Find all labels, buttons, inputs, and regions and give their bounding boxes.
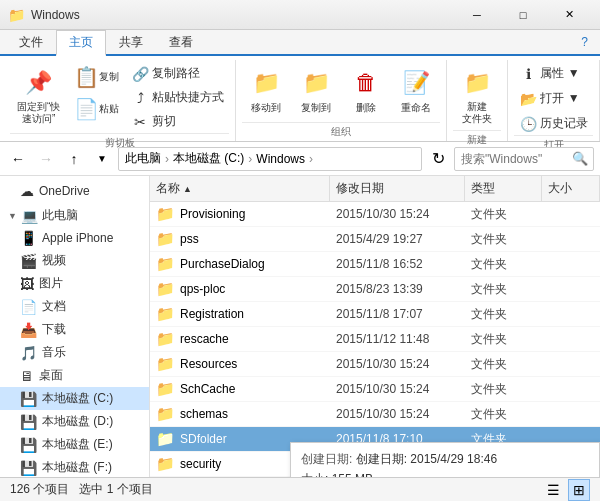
folder-icon: 📁 bbox=[156, 430, 175, 448]
open-buttons: ℹ 属性 ▼ 📂 打开 ▼ 🕒 历史记录 bbox=[514, 62, 593, 135]
drive-c-icon: 💾 bbox=[20, 391, 37, 407]
forward-button[interactable]: → bbox=[34, 147, 58, 171]
folder-icon: 📁 bbox=[156, 330, 175, 348]
newfolder-icon: 📁 bbox=[461, 67, 493, 99]
new-buttons: 📁 新建文件夹 bbox=[453, 62, 501, 130]
ribbon-tabs: 文件 主页 共享 查看 ? bbox=[0, 30, 600, 56]
pictures-icon: 🖼 bbox=[20, 276, 34, 292]
shortcut-button[interactable]: ⤴ 粘贴快捷方式 bbox=[126, 86, 229, 109]
file-row[interactable]: 📁Registration 2015/11/8 17:07 文件夹 bbox=[150, 302, 600, 327]
address-bar[interactable]: 此电脑 › 本地磁盘 (C:) › Windows › bbox=[118, 147, 422, 171]
history-button[interactable]: 🕒 历史记录 bbox=[514, 112, 593, 135]
breadcrumb-thispc[interactable]: 此电脑 bbox=[125, 150, 161, 167]
breadcrumb-c[interactable]: 本地磁盘 (C:) bbox=[173, 150, 244, 167]
file-row[interactable]: 📁rescache 2015/11/12 11:48 文件夹 bbox=[150, 327, 600, 352]
file-row[interactable]: 📁Resources 2015/10/30 15:24 文件夹 bbox=[150, 352, 600, 377]
sidebar-item-documents[interactable]: 📄 文档 bbox=[0, 295, 149, 318]
file-row[interactable]: 📁pss 2015/4/29 19:27 文件夹 bbox=[150, 227, 600, 252]
window-controls: ─ □ ✕ bbox=[454, 0, 592, 30]
drive-d-icon: 💾 bbox=[20, 414, 37, 430]
item-count: 126 个项目 bbox=[10, 481, 69, 498]
sidebar-item-onedrive[interactable]: ☁ OneDrive bbox=[0, 180, 149, 202]
col-header-name[interactable]: 名称 ▲ bbox=[150, 176, 330, 201]
cut-button[interactable]: ✂ 剪切 bbox=[126, 110, 229, 133]
sidebar-item-e[interactable]: 💾 本地磁盘 (E:) bbox=[0, 433, 149, 456]
title-bar: 📁 Windows ─ □ ✕ bbox=[0, 0, 600, 30]
open-icon: 📂 bbox=[519, 91, 537, 107]
search-input[interactable] bbox=[454, 147, 594, 171]
file-row-security[interactable]: 📁security 2015/10/31 0:13 文件夹 创建日期: 创建日期… bbox=[150, 452, 600, 477]
sidebar-item-music[interactable]: 🎵 音乐 bbox=[0, 341, 149, 364]
view-large-button[interactable]: ⊞ bbox=[568, 479, 590, 501]
folder-icon: 📁 bbox=[156, 455, 175, 473]
sidebar-item-pictures[interactable]: 🖼 图片 bbox=[0, 272, 149, 295]
clipboard-buttons: 📌 固定到“快速访问” 📋 复制 📄 粘贴 🔗 复制路径 bbox=[10, 62, 229, 133]
tab-share[interactable]: 共享 bbox=[106, 30, 156, 54]
newfolder-button[interactable]: 📁 新建文件夹 bbox=[453, 62, 501, 130]
downloads-icon: 📥 bbox=[20, 322, 37, 338]
pin-button[interactable]: 📌 固定到“快速访问” bbox=[10, 62, 67, 130]
file-row[interactable]: 📁Provisioning 2015/10/30 15:24 文件夹 bbox=[150, 202, 600, 227]
file-area: 名称 ▲ 修改日期 类型 大小 📁Provisioning 2015/10/30… bbox=[150, 176, 600, 477]
paste-button[interactable]: 📄 粘贴 bbox=[69, 94, 124, 124]
rename-button[interactable]: 📝 重命名 bbox=[392, 62, 440, 120]
copyto-button[interactable]: 📁 复制到 bbox=[292, 62, 340, 120]
back-button[interactable]: ← bbox=[6, 147, 30, 171]
drive-f-icon: 💾 bbox=[20, 460, 37, 476]
props-button[interactable]: ℹ 属性 ▼ bbox=[514, 62, 593, 85]
desktop-icon: 🖥 bbox=[20, 368, 34, 384]
thispc-icon: 💻 bbox=[21, 208, 38, 224]
col-header-size[interactable]: 大小 bbox=[542, 176, 600, 201]
sidebar-item-c[interactable]: 💾 本地磁盘 (C:) bbox=[0, 387, 149, 410]
tab-home[interactable]: 主页 bbox=[56, 30, 106, 56]
open-button[interactable]: 📂 打开 ▼ bbox=[514, 87, 593, 110]
moveto-button[interactable]: 📁 移动到 bbox=[242, 62, 290, 120]
file-row[interactable]: 📁PurchaseDialog 2015/11/8 16:52 文件夹 bbox=[150, 252, 600, 277]
sidebar-item-desktop[interactable]: 🖥 桌面 bbox=[0, 364, 149, 387]
file-row[interactable]: 📁qps-ploc 2015/8/23 13:39 文件夹 bbox=[150, 277, 600, 302]
ribbon-group-clipboard: 📌 固定到“快速访问” 📋 复制 📄 粘贴 🔗 复制路径 bbox=[4, 60, 236, 141]
rename-icon: 📝 bbox=[400, 67, 432, 99]
copyto-icon: 📁 bbox=[300, 67, 332, 99]
sidebar-item-iphone[interactable]: 📱 Apple iPhone bbox=[0, 227, 149, 249]
view-details-button[interactable]: ☰ bbox=[542, 479, 564, 501]
copy-button[interactable]: 📋 复制 bbox=[69, 62, 124, 92]
sidebar-item-f[interactable]: 💾 本地磁盘 (F:) bbox=[0, 456, 149, 477]
folder-icon: 📁 bbox=[156, 230, 175, 248]
copy-icon: 📋 bbox=[74, 65, 99, 89]
minimize-button[interactable]: ─ bbox=[454, 0, 500, 30]
recent-button[interactable]: ▼ bbox=[90, 147, 114, 171]
copypath-button[interactable]: 🔗 复制路径 bbox=[126, 62, 229, 85]
thispc-label: 此电脑 bbox=[42, 207, 78, 224]
maximize-button[interactable]: □ bbox=[500, 0, 546, 30]
delete-button[interactable]: 🗑 删除 bbox=[342, 62, 390, 120]
folder-icon: 📁 bbox=[156, 305, 175, 323]
tab-view[interactable]: 查看 bbox=[156, 30, 206, 54]
help-icon[interactable]: ? bbox=[581, 35, 588, 49]
folder-icon: 📁 bbox=[156, 380, 175, 398]
main-layout: ☁ OneDrive ▼ 💻 此电脑 📱 Apple iPhone 🎬 视频 🖼… bbox=[0, 176, 600, 477]
new-label: 新建 bbox=[453, 130, 501, 147]
selected-count: 选中 1 个项目 bbox=[79, 481, 152, 498]
tab-file[interactable]: 文件 bbox=[6, 30, 56, 54]
window-icon: 📁 bbox=[8, 7, 25, 23]
file-row[interactable]: 📁schemas 2015/10/30 15:24 文件夹 bbox=[150, 402, 600, 427]
sidebar-item-downloads[interactable]: 📥 下载 bbox=[0, 318, 149, 341]
file-row-sdfolder[interactable]: 📁SDfolder 2015/11/8 17:10 文件夹 bbox=[150, 427, 600, 452]
sidebar-item-videos[interactable]: 🎬 视频 bbox=[0, 249, 149, 272]
breadcrumb-windows[interactable]: Windows bbox=[256, 152, 305, 166]
folder-icon: 📁 bbox=[156, 255, 175, 273]
folder-icon: 📁 bbox=[156, 405, 175, 423]
ribbon-group-new: 📁 新建文件夹 新建 bbox=[447, 60, 508, 141]
up-button[interactable]: ↑ bbox=[62, 147, 86, 171]
file-row[interactable]: 📁SchCache 2015/10/30 15:24 文件夹 bbox=[150, 377, 600, 402]
sidebar-item-thispc[interactable]: ▼ 💻 此电脑 bbox=[0, 204, 149, 227]
refresh-button[interactable]: ↻ bbox=[426, 147, 450, 171]
sidebar-item-d[interactable]: 💾 本地磁盘 (D:) bbox=[0, 410, 149, 433]
ribbon-group-open: ℹ 属性 ▼ 📂 打开 ▼ 🕒 历史记录 打开 bbox=[508, 60, 600, 141]
history-icon: 🕒 bbox=[519, 116, 537, 132]
col-header-type[interactable]: 类型 bbox=[465, 176, 542, 201]
close-button[interactable]: ✕ bbox=[546, 0, 592, 30]
sidebar-section-thispc: ▼ 💻 此电脑 📱 Apple iPhone 🎬 视频 🖼 图片 📄 文档 bbox=[0, 204, 149, 477]
col-header-date[interactable]: 修改日期 bbox=[330, 176, 465, 201]
